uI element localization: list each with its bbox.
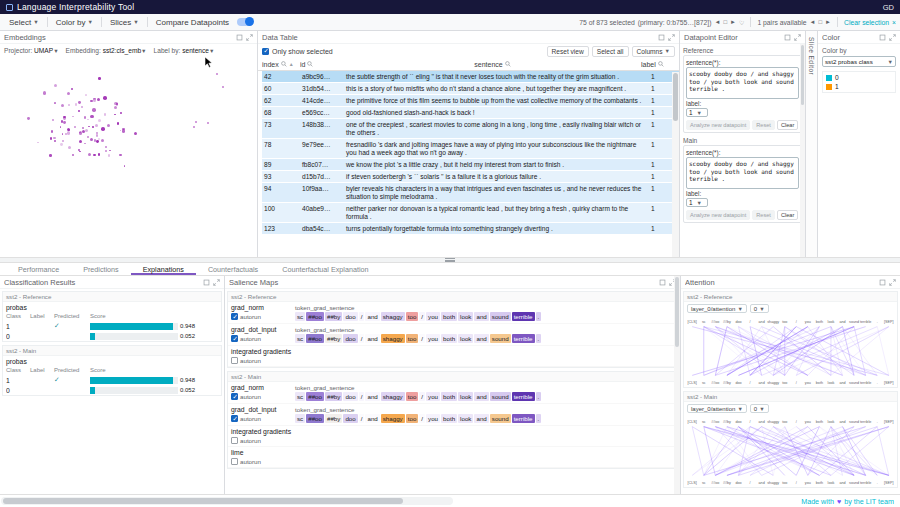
- column-header-id[interactable]: id: [300, 61, 344, 68]
- reset-button[interactable]: Reset: [752, 120, 775, 130]
- reset-button[interactable]: Reset: [752, 210, 775, 220]
- embedding-point[interactable]: [92, 126, 94, 128]
- embedding-point[interactable]: [96, 134, 99, 137]
- salience-token[interactable]: both: [441, 334, 457, 343]
- salience-token[interactable]: terrible: [512, 414, 535, 423]
- salience-token[interactable]: terrible: [512, 312, 535, 321]
- table-row[interactable]: 89fb8c07…we know the plot 's a little cr…: [262, 159, 679, 171]
- embedding-point[interactable]: [72, 116, 74, 118]
- salience-token[interactable]: sc: [295, 312, 305, 321]
- embedding-point[interactable]: [68, 104, 70, 106]
- clear-selection-icon[interactable]: ×: [892, 19, 896, 26]
- salience-token[interactable]: shaggy: [381, 392, 405, 401]
- salience-token[interactable]: too: [406, 312, 419, 321]
- table-row[interactable]: 10040abe9…neither parker nor donovan is …: [262, 203, 679, 223]
- layer-select[interactable]: layer_0/attention▼: [687, 304, 747, 313]
- table-row[interactable]: 9410f9aa…byler reveals his characters in…: [262, 183, 679, 203]
- embedding-point[interactable]: [90, 138, 93, 141]
- salience-token[interactable]: .: [536, 392, 542, 401]
- embedding-point[interactable]: [67, 92, 70, 95]
- salience-token[interactable]: sc: [295, 334, 305, 343]
- expand-icon[interactable]: [889, 279, 896, 286]
- salience-token[interactable]: sc: [295, 414, 305, 423]
- table-row[interactable]: 93d15b7d…if steven soderbergh 's `` sola…: [262, 171, 679, 183]
- embedding-point[interactable]: [85, 94, 87, 96]
- embedding-point[interactable]: [98, 119, 102, 123]
- label-by-select[interactable]: Label by: sentence▼: [154, 47, 215, 54]
- embedding-point[interactable]: [105, 146, 107, 148]
- editor-scrollbar[interactable]: [800, 44, 805, 257]
- layer-select[interactable]: layer_0/attention▼: [687, 404, 747, 413]
- embedding-point[interactable]: [108, 154, 110, 156]
- embedding-point[interactable]: [60, 143, 63, 146]
- head-select[interactable]: 0▼: [750, 304, 769, 313]
- color-by-select[interactable]: sst2 probas class▼: [822, 56, 896, 67]
- embedding-point[interactable]: [84, 143, 86, 145]
- embedding-point[interactable]: [98, 77, 101, 80]
- embedding-point[interactable]: [60, 126, 62, 128]
- salience-token[interactable]: sound: [490, 392, 511, 401]
- embedding-point[interactable]: [195, 121, 197, 123]
- random-datapoint-icon[interactable]: □: [723, 19, 727, 25]
- embedding-point[interactable]: [92, 108, 95, 111]
- table-row[interactable]: 73148b38…one of the creepiest , scariest…: [262, 119, 679, 139]
- scrollbar-thumb[interactable]: [801, 45, 804, 105]
- embedding-point[interactable]: [216, 73, 218, 75]
- clear-button[interactable]: Clear: [777, 120, 798, 130]
- salience-token[interactable]: doo: [343, 392, 357, 401]
- embedding-point[interactable]: [61, 104, 64, 107]
- maximize-icon[interactable]: [658, 34, 665, 41]
- embedding-point[interactable]: [37, 142, 39, 144]
- salience-token[interactable]: shaggy: [381, 414, 405, 423]
- embedding-point[interactable]: [43, 91, 46, 94]
- embedding-point[interactable]: [222, 86, 224, 88]
- salience-token[interactable]: /: [419, 392, 425, 401]
- embedding-point[interactable]: [122, 129, 126, 133]
- salience-token[interactable]: /: [359, 392, 365, 401]
- salience-token[interactable]: look: [458, 392, 473, 401]
- embedding-point[interactable]: [87, 136, 89, 138]
- salience-token[interactable]: and: [474, 334, 488, 343]
- embedding-point[interactable]: [103, 96, 107, 100]
- embedding-point[interactable]: [109, 150, 111, 152]
- embedding-point[interactable]: [79, 131, 82, 134]
- salience-token[interactable]: too: [406, 334, 419, 343]
- maximize-icon[interactable]: [879, 34, 886, 41]
- embedding-point[interactable]: [87, 119, 89, 121]
- embedding-point[interactable]: [78, 110, 80, 112]
- embedding-point[interactable]: [93, 154, 95, 156]
- salience-token[interactable]: .: [536, 312, 542, 321]
- embedding-point[interactable]: [62, 133, 64, 135]
- embedding-point[interactable]: [134, 132, 137, 135]
- embedding-scatter[interactable]: [0, 56, 257, 257]
- embedding-point[interactable]: [75, 103, 78, 106]
- salience-token[interactable]: .: [536, 414, 542, 423]
- salience-token[interactable]: sound: [490, 334, 511, 343]
- expand-icon[interactable]: [794, 34, 801, 41]
- salience-token[interactable]: shaggy: [381, 312, 405, 321]
- embedding-point[interactable]: [104, 113, 106, 115]
- salience-token[interactable]: and: [474, 312, 488, 321]
- salience-token[interactable]: doo: [343, 414, 357, 423]
- column-header-index[interactable]: index▲: [262, 61, 300, 68]
- embedding-point[interactable]: [107, 124, 111, 128]
- compare-datapoints-toggle[interactable]: [237, 18, 253, 26]
- table-scrollbar[interactable]: [672, 72, 679, 257]
- prev-datapoint-icon[interactable]: ◄: [714, 19, 720, 25]
- embedding-point[interactable]: [101, 127, 105, 131]
- embedding-point[interactable]: [98, 138, 100, 140]
- embedding-point[interactable]: [114, 106, 117, 109]
- salience-token[interactable]: and: [365, 392, 379, 401]
- label-select[interactable]: 1▼: [686, 198, 708, 207]
- user-avatar[interactable]: GD: [883, 3, 894, 12]
- sort-ascending-icon[interactable]: ▲: [289, 61, 294, 67]
- embedding-point[interactable]: [124, 165, 126, 167]
- salience-token[interactable]: both: [441, 392, 457, 401]
- embedding-point[interactable]: [114, 114, 116, 116]
- embedding-point[interactable]: [63, 116, 66, 119]
- salience-token[interactable]: sc: [295, 392, 305, 401]
- embedding-point[interactable]: [193, 126, 195, 128]
- embedding-point[interactable]: [93, 99, 96, 102]
- color-by-menu[interactable]: Color by▼: [51, 18, 98, 27]
- scrollbar-thumb[interactable]: [3, 498, 403, 504]
